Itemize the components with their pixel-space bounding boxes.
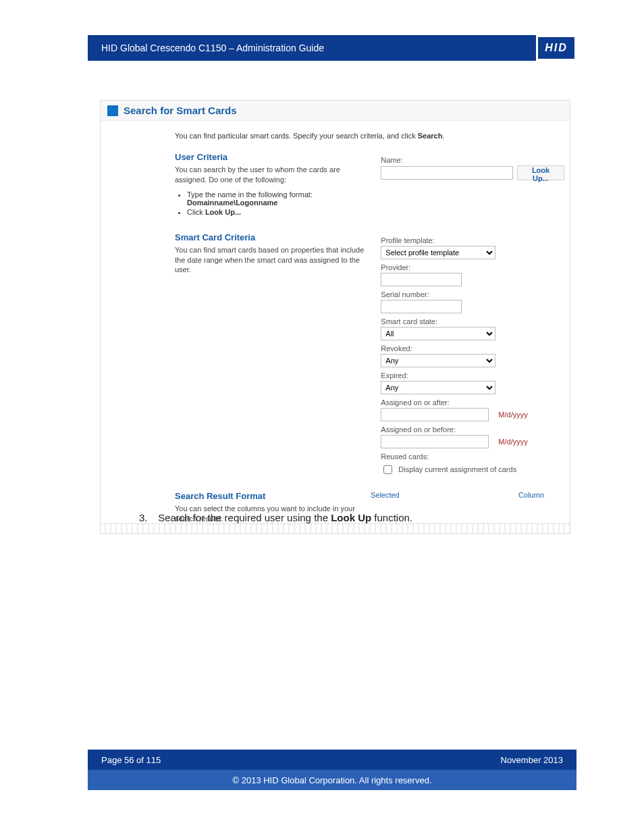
scc-desc: You can find smart cards based on proper… [175,245,367,276]
provider-input[interactable] [381,273,462,286]
col-column: Column [518,491,544,524]
intro-post: . [442,132,444,140]
bullet-click-lookup: Click Look Up... [187,208,367,216]
assigned-after-input[interactable] [381,408,489,421]
revoked-select[interactable]: Any [381,354,495,367]
serial-input[interactable] [381,300,462,313]
panel-title: Search for Smart Cards [124,105,237,116]
assigned-before-label: Assigned on or before: [381,425,564,434]
reused-checkbox[interactable] [383,465,392,474]
title-icon [107,105,118,116]
step-text-b: Look Up [331,512,371,523]
copyright-text: © 2013 HID Global Corporation. All right… [233,775,432,785]
panel-titlebar: Search for Smart Cards [101,101,570,121]
assigned-after-label: Assigned on or after: [381,398,564,407]
intro-pre: You can find particular smart cards. Spe… [175,132,418,140]
result-format-heading: Search Result Format [175,491,357,501]
assigned-before-input[interactable] [381,435,489,448]
date-hint-before: M/d/yyyy [498,438,527,446]
state-label: Smart card state: [381,317,564,325]
step-number: 3. [139,512,155,523]
name-label: Name: [381,156,564,164]
doc-copyright-bar: © 2013 HID Global Corporation. All right… [88,770,576,790]
intro-bold: Search [418,132,443,140]
page-indicator: Page 56 of 115 [101,755,161,765]
expired-label: Expired: [381,371,564,380]
lookup-button[interactable]: Look Up... [517,165,564,180]
serial-label: Serial number: [381,290,564,298]
doc-title: HID Global Crescendo C1150 – Administrat… [101,43,324,53]
profile-template-label: Profile template: [381,236,564,244]
doc-date: November 2013 [501,755,564,765]
hid-logo: HID [536,35,576,61]
user-criteria-section: User Criteria You can search by the user… [175,152,564,217]
name-input[interactable] [381,166,513,180]
reused-check-label: Display current assignment of cards [398,465,516,473]
bullet-type-name: Type the name in the following format: D… [187,190,367,207]
revoked-label: Revoked: [381,344,564,353]
step-text-c: function. [371,512,412,523]
hid-logo-text: HID [545,42,568,54]
provider-label: Provider: [381,263,564,271]
intro-text: You can find particular smart cards. Spe… [175,132,564,140]
left-gutter [101,128,175,523]
date-hint-after: M/d/yyyy [498,411,527,419]
expired-select[interactable]: Any [381,381,495,394]
state-select[interactable]: All [381,327,495,340]
torn-edge [101,523,570,533]
scc-heading: Smart Card Criteria [175,232,367,242]
doc-header-bar: HID Global Crescendo C1150 – Administrat… [88,35,576,61]
user-criteria-bullets: Type the name in the following format: D… [187,190,367,216]
user-criteria-desc: You can search by the user to whom the c… [175,165,367,185]
profile-template-select[interactable]: Select profile template [381,246,495,259]
doc-footer-bar: Page 56 of 115 November 2013 [88,750,576,770]
smart-card-criteria-section: Smart Card Criteria You can find smart c… [175,232,564,476]
step-text-a: Search for the required user using the [158,512,331,523]
user-criteria-heading: User Criteria [175,152,367,162]
reused-label: Reused cards: [381,452,564,461]
step-3: 3. Search for the required user using th… [139,512,412,523]
search-smart-cards-screenshot: Search for Smart Cards You can find part… [100,100,570,534]
